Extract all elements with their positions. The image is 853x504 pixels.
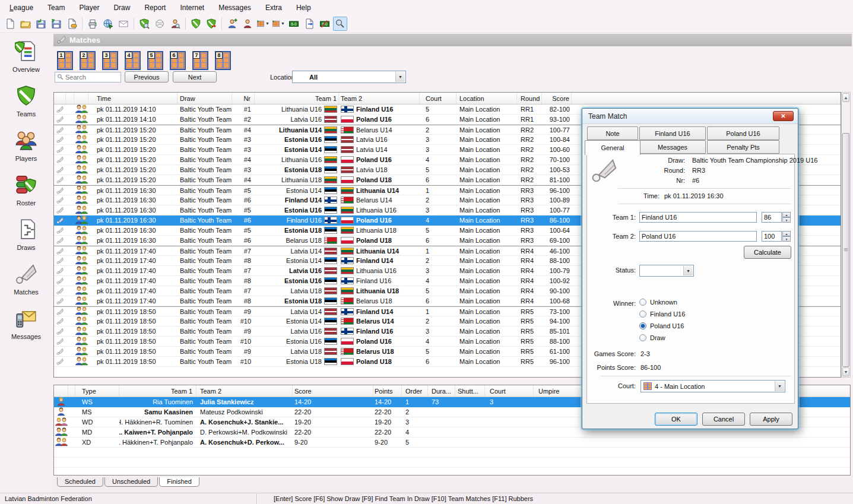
- previous-button[interactable]: Previous: [125, 71, 169, 83]
- team1-field[interactable]: [639, 212, 757, 223]
- publish-draw-icon[interactable]: [189, 17, 203, 31]
- find-ball-icon[interactable]: [153, 17, 167, 31]
- calculate-button[interactable]: Calculate: [744, 246, 791, 259]
- chevron-down-icon[interactable]: ▼: [775, 381, 784, 391]
- chevron-down-icon[interactable]: ▼: [395, 72, 405, 82]
- menu-team[interactable]: Team: [40, 1, 72, 14]
- court-select[interactable]: 4 - Main Location ▼: [640, 380, 785, 392]
- search-input[interactable]: [65, 74, 118, 81]
- col-score[interactable]: Score: [542, 93, 572, 104]
- menu-extra[interactable]: Extra: [258, 1, 289, 14]
- tab-scheduled[interactable]: Scheduled: [57, 477, 103, 487]
- col-shuttles[interactable]: Shutt...: [455, 385, 485, 397]
- col-rubber-score[interactable]: Score: [293, 385, 373, 397]
- court-tab-8[interactable]: 8: [215, 51, 231, 70]
- col-duration[interactable]: Dura...: [428, 385, 455, 397]
- publish-results-icon[interactable]: [204, 17, 218, 31]
- player-remove-icon[interactable]: [240, 17, 255, 31]
- find-player-icon[interactable]: [168, 17, 182, 31]
- schedule-grid-icon[interactable]: ▼: [256, 17, 270, 31]
- col-draw[interactable]: Draw: [177, 93, 232, 104]
- status-select[interactable]: ▼: [639, 265, 694, 277]
- live-score-icon[interactable]: 6-0: [318, 17, 332, 31]
- team2-score-field[interactable]: [762, 231, 782, 242]
- score-entry-icon[interactable]: 6-0: [287, 17, 301, 31]
- col-team2[interactable]: Team 2: [339, 93, 420, 104]
- player-add-icon[interactable]: [225, 17, 239, 31]
- court-tab-2[interactable]: 2: [80, 51, 96, 70]
- scrollbar-thumb[interactable]: [842, 133, 849, 367]
- team1-score-stepper[interactable]: ▲▼: [782, 212, 791, 223]
- search-box[interactable]: [55, 72, 121, 83]
- print-icon[interactable]: [85, 17, 100, 31]
- find-match-icon[interactable]: [137, 17, 151, 31]
- internet-publish-icon[interactable]: [101, 17, 115, 31]
- sidebar-item-draws[interactable]: Draws: [1, 218, 51, 251]
- import-icon[interactable]: [34, 17, 48, 31]
- menu-league[interactable]: League: [2, 1, 40, 14]
- menu-messages[interactable]: Messages: [211, 1, 258, 14]
- new-document-icon[interactable]: [3, 17, 17, 31]
- col-location[interactable]: Location: [456, 93, 517, 104]
- menu-player[interactable]: Player: [72, 1, 106, 14]
- scroll-up-icon[interactable]: ▲: [842, 93, 849, 102]
- court-tab-5[interactable]: 5: [147, 51, 163, 70]
- winner-radio-unknown[interactable]: Unknown: [639, 299, 677, 306]
- next-button[interactable]: Next: [173, 71, 217, 83]
- menu-internet[interactable]: Internet: [173, 1, 211, 14]
- sidebar-item-roster[interactable]: Roster: [1, 173, 51, 207]
- col-rubber-team2[interactable]: Team 2: [196, 385, 293, 397]
- matches-table-scrollbar[interactable]: ▲ ▼: [841, 92, 851, 378]
- dialog-tab-finland-u16[interactable]: Finland U16: [639, 126, 706, 140]
- winner-radio-finland-u16[interactable]: Finland U16: [639, 310, 685, 318]
- col-points[interactable]: Points: [373, 385, 402, 397]
- cancel-button[interactable]: Cancel: [702, 413, 745, 426]
- col-rubber-court[interactable]: Court: [485, 385, 534, 397]
- col-time[interactable]: Time: [88, 93, 177, 104]
- court-tab-6[interactable]: 6: [170, 51, 186, 70]
- scroll-down-icon[interactable]: ▼: [842, 367, 849, 376]
- court-tab-7[interactable]: 7: [192, 51, 208, 70]
- close-icon[interactable]: ✕: [773, 111, 794, 121]
- court-tab-4[interactable]: 4: [125, 51, 141, 70]
- sidebar-item-overview[interactable]: Overview: [1, 40, 51, 73]
- sidebar-item-matches[interactable]: Matches: [1, 262, 51, 296]
- winner-radio-draw[interactable]: Draw: [639, 334, 665, 341]
- email-icon[interactable]: [116, 17, 131, 31]
- menu-draw[interactable]: Draw: [106, 1, 137, 14]
- rubber-row[interactable]: XD H. Häkkinen+T. Pohjanpalo A. Kosenchu…: [54, 438, 850, 448]
- properties-icon[interactable]: [65, 17, 79, 31]
- search-matches-icon[interactable]: [333, 17, 347, 31]
- team2-field[interactable]: [639, 231, 757, 242]
- ok-button[interactable]: OK: [655, 413, 697, 426]
- match-report-icon[interactable]: [302, 17, 316, 31]
- team1-score-field[interactable]: [762, 212, 782, 223]
- sidebar-item-teams[interactable]: Teams: [1, 84, 51, 118]
- location-select[interactable]: All ▼: [292, 71, 406, 83]
- col-court[interactable]: Court: [420, 93, 456, 104]
- winner-radio-poland-u16[interactable]: Poland U16: [639, 322, 684, 329]
- chevron-down-icon[interactable]: ▼: [683, 266, 693, 275]
- tab-finished[interactable]: Finished: [159, 477, 199, 487]
- open-icon[interactable]: [18, 17, 33, 31]
- sidebar-item-messages[interactable]: Messages: [1, 307, 51, 340]
- menu-help[interactable]: Help: [289, 1, 318, 14]
- schedule-grid-alt-icon[interactable]: ▼: [271, 17, 286, 31]
- court-tab-3[interactable]: 3: [102, 51, 118, 70]
- dialog-tab-penalty-pts[interactable]: Penalty Pts: [707, 140, 779, 154]
- apply-button[interactable]: Apply: [750, 413, 792, 426]
- menu-report[interactable]: Report: [137, 1, 173, 14]
- dialog-tab-messages[interactable]: Messages: [639, 140, 706, 154]
- col-rubber-team1[interactable]: Team 1: [119, 385, 196, 397]
- col-order[interactable]: Order: [402, 385, 428, 397]
- col-type[interactable]: Type: [75, 385, 119, 397]
- tab-unscheduled[interactable]: Unscheduled: [104, 477, 158, 487]
- dialog-tab-poland-u16[interactable]: Poland U16: [707, 126, 779, 140]
- col-nr[interactable]: Nr: [232, 93, 255, 104]
- court-tab-1[interactable]: 1: [57, 51, 73, 70]
- col-team1[interactable]: Team 1: [255, 93, 339, 104]
- col-round[interactable]: Round: [517, 93, 542, 104]
- dialog-tab-note[interactable]: Note: [587, 126, 638, 140]
- sidebar-item-players[interactable]: Players: [1, 129, 51, 162]
- dialog-tab-general[interactable]: General: [585, 140, 640, 155]
